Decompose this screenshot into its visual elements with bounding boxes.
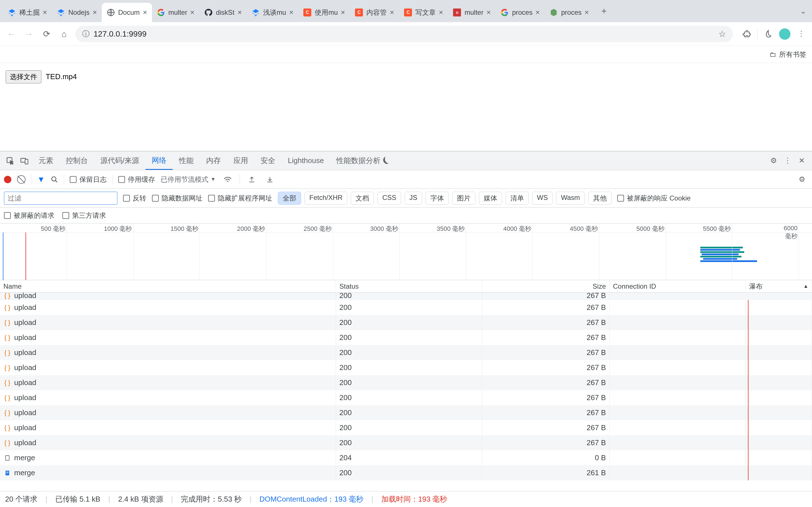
filter-chip[interactable]: JS	[405, 192, 422, 205]
throttle-select[interactable]: 已停用节流模式▼	[161, 175, 216, 184]
filter-chip[interactable]: 其他	[588, 192, 612, 205]
filter-chip[interactable]: WS	[532, 192, 553, 205]
browser-tab[interactable]: multer✕	[152, 3, 199, 22]
new-tab-button[interactable]: +	[596, 4, 611, 18]
hide-data-urls-checkbox[interactable]: 隐藏数据网址	[152, 194, 202, 203]
devtools-panel-tab[interactable]: 源代码/来源	[94, 152, 146, 170]
network-settings-icon[interactable]: ⚙	[796, 173, 808, 186]
table-row[interactable]: { }upload200267 B	[0, 390, 812, 405]
table-row[interactable]: { }upload200267 B	[0, 330, 812, 345]
table-row[interactable]: { }upload200267 B	[0, 345, 812, 360]
export-har-icon[interactable]	[245, 173, 258, 186]
third-party-checkbox[interactable]: 第三方请求	[62, 211, 106, 220]
browser-tab[interactable]: C使用mu✕	[298, 3, 350, 22]
tab-close-icon[interactable]: ✕	[439, 9, 444, 16]
url-bar[interactable]: ⓘ 127.0.0.1:9999 ☆	[75, 26, 733, 42]
table-row[interactable]: { }upload200267 B	[0, 360, 812, 375]
devtools-panel-tab[interactable]: 性能	[173, 152, 200, 170]
disable-cache-checkbox[interactable]: 停用缓存	[118, 175, 155, 184]
filter-chip[interactable]: 媒体	[479, 192, 502, 205]
extensions-icon[interactable]	[741, 29, 752, 40]
filter-chip[interactable]: Wasm	[556, 192, 585, 205]
filter-chip[interactable]: Fetch/XHR	[304, 192, 347, 205]
table-row[interactable]: { }upload200267 B	[0, 315, 812, 330]
blocked-cookie-checkbox[interactable]: 被屏蔽的响应 Cookie	[617, 194, 691, 203]
tab-close-icon[interactable]: ✕	[535, 9, 540, 16]
device-toggle-icon[interactable]	[18, 155, 31, 167]
browser-tab[interactable]: 稀土掘✕	[3, 3, 52, 22]
browser-tab[interactable]: proces✕	[496, 3, 545, 22]
tab-close-icon[interactable]: ✕	[190, 9, 195, 16]
tab-close-icon[interactable]: ✕	[584, 9, 589, 16]
inspect-element-icon[interactable]	[4, 155, 16, 167]
table-row[interactable]: { }upload200267 B	[0, 435, 812, 450]
filter-chip[interactable]: 全部	[278, 192, 301, 205]
table-row[interactable]: { }upload200267 B	[0, 300, 812, 315]
tab-list-dropdown[interactable]: ⌄	[800, 7, 806, 16]
browser-tab[interactable]: nmulter✕	[448, 3, 496, 22]
tab-close-icon[interactable]: ✕	[142, 9, 148, 16]
browser-tab[interactable]: Nodejs✕	[52, 3, 102, 22]
hide-ext-urls-checkbox[interactable]: 隐藏扩展程序网址	[208, 194, 272, 203]
network-conditions-icon[interactable]	[221, 173, 234, 186]
devtools-close-icon[interactable]: ✕	[796, 155, 808, 167]
tab-close-icon[interactable]: ✕	[93, 9, 97, 16]
tab-close-icon[interactable]: ✕	[43, 9, 47, 16]
col-status[interactable]: Status	[336, 280, 482, 292]
table-row[interactable]: merge200261 B	[0, 465, 812, 481]
profile-avatar[interactable]	[779, 29, 791, 40]
devtools-settings-icon[interactable]: ⚙	[767, 155, 780, 167]
network-timeline[interactable]: 500 毫秒1000 毫秒1500 毫秒2000 毫秒2500 毫秒3000 毫…	[0, 223, 812, 280]
devtools-panel-tab[interactable]: 安全	[254, 152, 282, 170]
filter-input[interactable]	[4, 192, 117, 205]
extension-leaf-icon[interactable]	[763, 29, 774, 40]
blocked-requests-checkbox[interactable]: 被屏蔽的请求	[4, 211, 54, 220]
col-name[interactable]: Name	[0, 280, 336, 292]
devtools-panel-tab[interactable]: 应用	[227, 152, 254, 170]
invert-checkbox[interactable]: 反转	[123, 194, 146, 203]
table-row[interactable]: { }upload200267 B	[0, 293, 812, 300]
devtools-panel-tab[interactable]: 元素	[32, 152, 60, 170]
browser-tab[interactable]: proces✕	[545, 3, 594, 22]
tab-close-icon[interactable]: ✕	[486, 9, 491, 16]
site-info-icon[interactable]: ⓘ	[82, 29, 90, 39]
col-waterfall[interactable]: 瀑布▲	[746, 280, 812, 292]
devtools-panel-tab[interactable]: 网络	[146, 152, 173, 170]
devtools-menu-icon[interactable]: ⋮	[781, 155, 794, 167]
filter-chip[interactable]: 文档	[351, 192, 374, 205]
clear-button[interactable]	[17, 175, 25, 184]
browser-menu-icon[interactable]: ⋮	[796, 29, 807, 40]
tab-close-icon[interactable]: ✕	[289, 9, 294, 16]
table-row[interactable]: { }upload200267 B	[0, 405, 812, 420]
preserve-log-checkbox[interactable]: 保留日志	[70, 175, 107, 184]
devtools-panel-tab[interactable]: Lighthouse	[282, 152, 330, 170]
search-icon[interactable]	[51, 176, 58, 183]
browser-tab[interactable]: C内容管✕	[350, 3, 399, 22]
all-bookmarks-button[interactable]: 🗀 所有书签	[769, 50, 806, 59]
browser-tab[interactable]: 浅谈mu✕	[247, 3, 298, 22]
choose-file-button[interactable]: 选择文件	[6, 70, 41, 83]
devtools-panel-tab[interactable]: 内存	[200, 152, 227, 170]
reload-button[interactable]: ⟳	[40, 28, 53, 40]
browser-tab[interactable]: Docum✕	[102, 3, 152, 22]
filter-toggle-icon[interactable]: ▼	[37, 175, 45, 184]
table-row[interactable]: { }upload200267 B	[0, 420, 812, 435]
devtools-panel-tab[interactable]: 控制台	[60, 152, 94, 170]
browser-tab[interactable]: C写文章✕	[399, 3, 448, 22]
filter-chip[interactable]: CSS	[378, 192, 401, 205]
tab-close-icon[interactable]: ✕	[237, 9, 242, 16]
tab-close-icon[interactable]: ✕	[341, 9, 345, 16]
record-button[interactable]	[4, 176, 11, 183]
bookmark-star-icon[interactable]: ☆	[718, 29, 726, 39]
filter-chip[interactable]: 清单	[506, 192, 529, 205]
back-button[interactable]: ←	[5, 28, 17, 40]
tab-close-icon[interactable]: ✕	[390, 9, 394, 16]
devtools-panel-tab[interactable]: 性能数据分析 ⏾	[330, 152, 396, 170]
filter-chip[interactable]: 字体	[425, 192, 449, 205]
forward-button[interactable]: →	[23, 28, 35, 40]
import-har-icon[interactable]	[264, 173, 276, 186]
table-row[interactable]: merge2040 B	[0, 450, 812, 465]
browser-tab[interactable]: diskSt✕	[199, 3, 246, 22]
table-row[interactable]: { }upload200267 B	[0, 375, 812, 390]
filter-chip[interactable]: 图片	[452, 192, 475, 205]
